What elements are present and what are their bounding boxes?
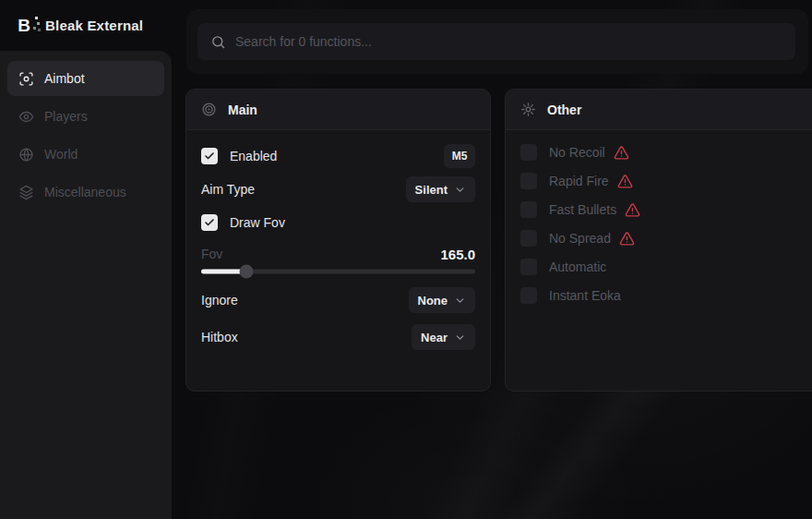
aim-type-row: Aim Type Silent [201, 176, 475, 202]
hitbox-dropdown[interactable]: Near [412, 324, 475, 350]
ignore-value: None [418, 294, 448, 308]
enabled-row: Enabled M5 [201, 143, 475, 169]
warning-triangle-icon [619, 231, 635, 247]
aim-type-dropdown[interactable]: Silent [406, 176, 475, 202]
fov-label: Fov [201, 247, 222, 261]
draw-fov-label: Draw Fov [230, 215, 285, 230]
panel-main: Main Enabled M5 Aim Type Silent [185, 89, 491, 392]
other-option-row: Rapid Fire [520, 170, 810, 192]
sidebar-header: B Bleak External [0, 0, 172, 51]
other-option-row: No Spread [520, 227, 810, 249]
option-checkbox[interactable] [520, 230, 537, 247]
panel-main-header: Main [186, 90, 490, 130]
check-icon [204, 217, 215, 228]
aim-type-value: Silent [415, 183, 448, 197]
target-icon [201, 102, 217, 117]
hitbox-label: Hitbox [201, 330, 238, 344]
option-label: Rapid Fire [549, 174, 609, 188]
eye-icon [18, 109, 34, 125]
warning-triangle-icon [614, 145, 629, 161]
draw-fov-row: Draw Fov [201, 210, 475, 235]
option-label: No Recoil [549, 145, 605, 160]
app-logo-icon: B [13, 15, 35, 37]
enabled-keybind-button[interactable]: M5 [444, 144, 475, 168]
sidebar: B Bleak External Aimbot Players [0, 0, 172, 519]
layers-icon [18, 185, 34, 200]
sidebar-item-aimbot[interactable]: Aimbot [7, 61, 164, 96]
fov-slider-handle[interactable] [240, 265, 254, 279]
hitbox-value: Near [421, 331, 448, 344]
warning-triangle-icon [625, 202, 640, 218]
other-option-row: No Recoil [520, 141, 810, 163]
gear-icon [520, 102, 536, 117]
chevron-down-icon [454, 295, 466, 307]
option-label: Instant Eoka [549, 288, 621, 303]
panel-other-title: Other [547, 103, 581, 117]
other-option-row: Instant Eoka [520, 284, 810, 307]
sidebar-item-miscellaneous[interactable]: Miscellaneous [7, 175, 164, 210]
ignore-label: Ignore [201, 293, 238, 308]
sidebar-item-label: Players [44, 109, 88, 124]
other-option-row: Automatic [520, 256, 810, 278]
fov-value: 165.0 [440, 247, 475, 262]
search-icon [210, 34, 226, 50]
ignore-row: Ignore None [201, 287, 475, 313]
chevron-down-icon [454, 332, 466, 344]
option-checkbox[interactable] [520, 259, 537, 275]
sidebar-item-label: Aimbot [44, 71, 85, 86]
sidebar-item-players[interactable]: Players [7, 99, 164, 134]
search-input[interactable] [235, 34, 782, 49]
panel-main-title: Main [228, 103, 257, 117]
enabled-label: Enabled [230, 149, 277, 163]
fov-slider-row [201, 265, 475, 278]
panel-other: Other No Recoil [505, 89, 812, 392]
sidebar-item-label: Miscellaneous [44, 185, 126, 199]
chevron-down-icon [454, 184, 466, 196]
search-input-wrapper[interactable] [197, 23, 795, 60]
warning-triangle-icon [617, 174, 633, 189]
logo-letter: B [18, 16, 30, 36]
app-window: B Bleak External Aimbot Players [0, 0, 812, 519]
fov-slider[interactable] [201, 265, 475, 278]
panel-other-body: No Recoil Rapid Fire [506, 130, 812, 313]
option-checkbox[interactable] [520, 287, 537, 304]
option-label: No Spread [549, 231, 611, 246]
search-card [186, 9, 808, 74]
option-checkbox[interactable] [520, 201, 537, 218]
panel-other-header: Other [506, 90, 812, 130]
sidebar-nav: Aimbot Players World [0, 51, 172, 519]
sidebar-item-world[interactable]: World [7, 137, 164, 172]
sidebar-item-label: World [44, 147, 78, 162]
draw-fov-checkbox[interactable] [201, 214, 218, 231]
crosshair-focus-icon [18, 71, 34, 87]
panel-main-body: Enabled M5 Aim Type Silent Draw Fov F [186, 130, 490, 350]
enabled-checkbox[interactable] [201, 148, 218, 164]
ignore-dropdown[interactable]: None [409, 287, 476, 313]
option-checkbox[interactable] [520, 144, 537, 161]
globe-icon [18, 147, 34, 163]
option-label: Fast Bullets [549, 202, 616, 217]
app-title: Bleak External [45, 18, 143, 33]
hitbox-row: Hitbox Near [201, 324, 475, 350]
option-label: Automatic [549, 260, 606, 274]
fov-value-row: Fov 165.0 [201, 245, 475, 263]
aim-type-label: Aim Type [201, 182, 255, 197]
option-checkbox[interactable] [520, 173, 537, 189]
check-icon [204, 151, 215, 162]
other-option-row: Fast Bullets [520, 199, 810, 221]
